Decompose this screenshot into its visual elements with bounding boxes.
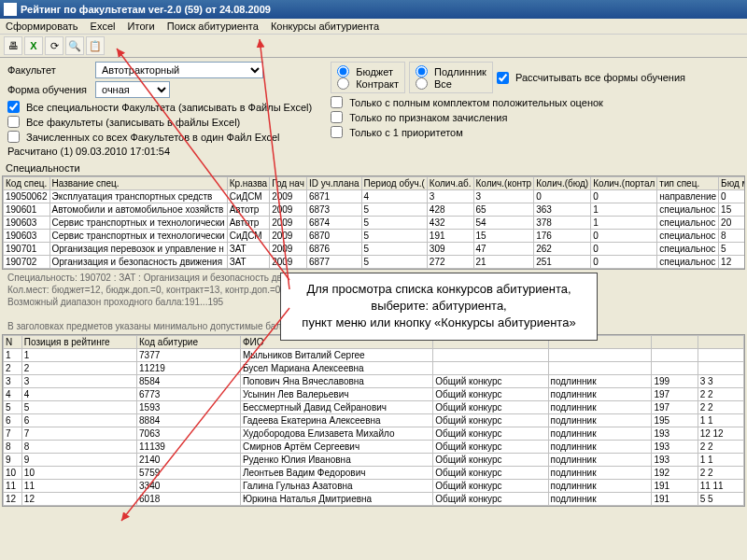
col-header[interactable]: тип спец. — [657, 177, 719, 190]
table-row[interactable]: 2211219Бусел Мариана Алексеевна — [4, 362, 744, 375]
menu-search[interactable]: Поиск абитуриента — [167, 21, 259, 32]
menu-generate[interactable]: Сформировать — [6, 21, 78, 32]
tool-print-icon[interactable]: 🖶 — [4, 36, 22, 55]
window-title: Рейтинг по факультетам ver-2.0 (59) от 2… — [21, 4, 271, 15]
titlebar: Рейтинг по факультетам ver-2.0 (59) от 2… — [0, 0, 747, 19]
radio-contract[interactable]: Контракт — [337, 77, 399, 90]
menu-totals[interactable]: Итоги — [128, 21, 155, 32]
table-row[interactable]: 10105759Леонтьев Вадим ФедоровичОбщий ко… — [4, 467, 744, 480]
col-header[interactable]: Колич.(бюд) — [534, 177, 591, 190]
app-icon — [4, 3, 17, 16]
table-row[interactable]: 12126018Юркина Наталья ДмитриевнаОбщий к… — [4, 493, 744, 506]
toolbar: 🖶 X ⟳ 🔍 📋 — [0, 35, 747, 58]
col-header[interactable] — [652, 336, 698, 349]
tool-search-icon[interactable]: 🔍 — [65, 36, 84, 55]
grid-specialties[interactable]: Код спец.Название спец.Кр.назваГод начID… — [2, 175, 745, 270]
table-row[interactable]: 338584Попович Яна ВячеславовнаОбщий конк… — [4, 375, 744, 388]
table-row[interactable]: 190702Организация и безопасность движени… — [4, 256, 746, 269]
col-header[interactable]: Колич.(портал — [591, 177, 657, 190]
cb-allforms[interactable]: Рассчитывать все формы обучения — [497, 72, 685, 84]
table-row[interactable]: 446773Усынин Лев ВалерьевичОбщий конкурс… — [4, 388, 744, 401]
form-area: Факультет Автотракторный Форма обучения … — [0, 58, 747, 161]
cb-all-fac[interactable]: Все факультеты (записывать в файлы Excel… — [7, 116, 312, 128]
table-row[interactable]: 190603Сервис транспортных и технологичес… — [4, 230, 746, 243]
cb-prio[interactable]: Только с 1 приоритетом — [331, 126, 685, 138]
col-header[interactable] — [698, 336, 743, 349]
col-header[interactable]: Период обуч.( — [361, 177, 427, 190]
radio-all[interactable]: Все — [416, 77, 486, 90]
menu-contests[interactable]: Конкурсы абитуриента — [271, 21, 379, 32]
radio-budget[interactable]: Бюджет — [337, 65, 399, 77]
callout-tooltip: Для просмотра списка конкурсов абитуриен… — [280, 273, 598, 341]
col-header[interactable]: Колич.(контр — [473, 177, 534, 190]
table-row[interactable]: 992140Руденко Юлия ИвановнаОбщий конкурс… — [4, 454, 744, 467]
tool-contests-icon[interactable]: 📋 — [86, 36, 105, 55]
tool-refresh-icon[interactable]: ⟳ — [45, 36, 63, 55]
table-row[interactable]: 11113340Галина Гульназ АзатовнаОбщий кон… — [4, 480, 744, 493]
col-header[interactable]: Колич.аб. — [427, 177, 473, 190]
grid-applicants[interactable]: NПозиция в рейтингеКод абитуриеФИО117377… — [2, 334, 745, 507]
menu-excel[interactable]: Excel — [91, 21, 116, 32]
table-row[interactable]: 777063Худобородова Елизавета МихайлоОбщи… — [4, 427, 744, 441]
cb-sign[interactable]: Только по признаком зачисления — [331, 111, 685, 123]
cb-all-spec[interactable]: Все специальности Факультета (записывать… — [7, 101, 312, 113]
table-row[interactable]: 190603Сервис транспортных и технологичес… — [4, 217, 746, 230]
radio-original[interactable]: Подлинник — [416, 65, 486, 77]
cb-full[interactable]: Только с полным комплектом положительных… — [331, 96, 685, 108]
table-row[interactable]: 8811139Смирнов Артём СергеевичОбщий конк… — [4, 441, 744, 454]
table-row[interactable]: 117377Мыльников Виталий Сергее — [4, 349, 744, 362]
faculty-label: Факультет — [7, 64, 92, 76]
col-header[interactable]: Код абитурие — [137, 336, 241, 349]
edu-label: Форма обучения — [7, 84, 92, 95]
menubar: Сформировать Excel Итоги Поиск абитуриен… — [0, 19, 747, 35]
faculty-select[interactable]: Автотракторный — [95, 62, 263, 78]
table-row[interactable]: 551593Бессмертный Давид СейрановичОбщий … — [4, 401, 744, 414]
col-header[interactable]: Код спец. — [4, 177, 50, 190]
table-row[interactable]: 19050062Эксплуатация транспортных средст… — [4, 190, 746, 203]
table-row[interactable]: 190701Организация перевозок и управление… — [4, 243, 746, 256]
col-header[interactable]: Год нач — [270, 177, 307, 190]
tool-excel-icon[interactable]: X — [24, 36, 43, 55]
calc-info: Расчитано (1) 09.03.2010 17:01:54 — [7, 146, 312, 157]
edu-select[interactable]: очная — [95, 81, 170, 98]
col-header[interactable]: N — [4, 336, 22, 349]
cb-enrolled[interactable]: Зачисленных со всех Факультетов в один Ф… — [7, 131, 312, 143]
col-header[interactable]: Название спец. — [49, 177, 227, 190]
col-header[interactable]: Бюд мест — [719, 177, 745, 190]
col-header[interactable]: Позиция в рейтинге — [21, 336, 136, 349]
table-row[interactable]: 668884Гадеева Екатерина АлексеевнаОбщий … — [4, 414, 744, 427]
col-header[interactable]: ID уч.плана — [306, 177, 361, 190]
col-header[interactable]: Кр.назва — [227, 177, 269, 190]
grid1-label: Специальности — [0, 161, 747, 175]
table-row[interactable]: 190601Автомобили и автомобильное хозяйст… — [4, 203, 746, 217]
